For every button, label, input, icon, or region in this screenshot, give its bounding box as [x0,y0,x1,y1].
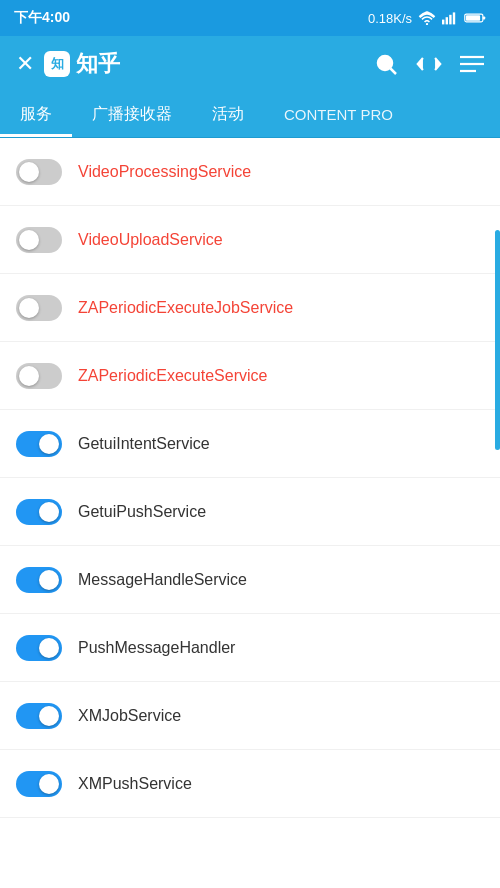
toggle-knob [39,706,59,726]
service-name: PushMessageHandler [78,639,235,657]
status-bar: 下午4:00 0.18K/s [0,0,500,36]
tab-broadcast[interactable]: 广播接收器 [72,92,192,137]
service-name: VideoUploadService [78,231,223,249]
service-toggle[interactable] [16,567,62,593]
network-speed: 0.18K/s [368,11,412,26]
toggle-knob [19,230,39,250]
title-bar-left: ✕ 知 知乎 [16,49,120,79]
menu-icon[interactable] [460,55,484,73]
service-toggle[interactable] [16,227,62,253]
title-bar-actions [374,52,484,76]
service-toggle[interactable] [16,703,62,729]
toggle-knob [39,434,59,454]
service-item: GetuiPushService [0,478,500,546]
status-time: 下午4:00 [14,9,70,27]
battery-icon [464,12,486,24]
search-icon[interactable] [374,52,398,76]
scroll-indicator [495,230,500,450]
app-badge: 知 [44,51,70,77]
svg-line-9 [391,69,397,75]
tab-services[interactable]: 服务 [0,92,72,137]
service-toggle[interactable] [16,363,62,389]
app-name: 知乎 [76,49,120,79]
service-name: GetuiIntentService [78,435,210,453]
title-bar: ✕ 知 知乎 [0,36,500,92]
service-item: GetuiIntentService [0,410,500,478]
service-item: XMJobService [0,682,500,750]
signal-icon [442,11,458,25]
service-item: XMPushService [0,750,500,818]
service-toggle[interactable] [16,431,62,457]
svg-rect-7 [466,15,480,21]
service-name: VideoProcessingService [78,163,251,181]
tab-activity[interactable]: 活动 [192,92,264,137]
tab-bar: 服务 广播接收器 活动 CONTENT PRO [0,92,500,138]
service-item: VideoUploadService [0,206,500,274]
service-toggle[interactable] [16,159,62,185]
service-toggle[interactable] [16,635,62,661]
svg-rect-2 [446,17,448,24]
svg-rect-3 [449,15,451,25]
service-name: ZAPeriodicExecuteJobService [78,299,293,317]
service-item: ZAPeriodicExecuteJobService [0,274,500,342]
service-name: ZAPeriodicExecuteService [78,367,267,385]
service-toggle[interactable] [16,771,62,797]
wifi-icon [418,11,436,25]
svg-point-0 [426,23,428,25]
toggle-knob [19,366,39,386]
service-toggle[interactable] [16,499,62,525]
status-right-icons: 0.18K/s [368,11,486,26]
tab-content-pro[interactable]: CONTENT PRO [264,92,413,137]
service-name: XMPushService [78,775,192,793]
app-info: 知 知乎 [44,49,120,79]
toggle-knob [39,638,59,658]
toggle-knob [19,298,39,318]
service-name: GetuiPushService [78,503,206,521]
toggle-knob [39,570,59,590]
service-toggle[interactable] [16,295,62,321]
svg-point-8 [378,56,392,70]
svg-rect-6 [483,16,485,19]
svg-rect-4 [453,12,455,24]
service-item: VideoProcessingService [0,138,500,206]
toggle-knob [19,162,39,182]
close-button[interactable]: ✕ [16,51,34,77]
service-list: VideoProcessingServiceVideoUploadService… [0,138,500,888]
service-name: MessageHandleService [78,571,247,589]
svg-rect-1 [442,20,444,25]
toggle-knob [39,502,59,522]
service-item: MessageHandleService [0,546,500,614]
toggle-knob [39,774,59,794]
service-item: PushMessageHandler [0,614,500,682]
code-icon[interactable] [416,55,442,73]
service-item: ZAPeriodicExecuteService [0,342,500,410]
service-name: XMJobService [78,707,181,725]
